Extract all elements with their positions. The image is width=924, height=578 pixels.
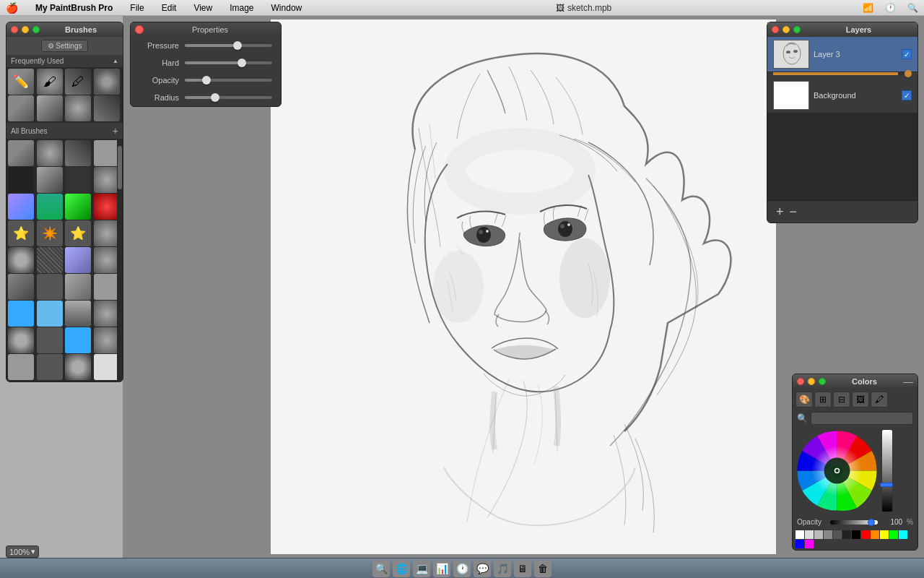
opacity-slider[interactable] xyxy=(185,79,272,82)
brush-33[interactable] xyxy=(8,354,34,380)
brush-21[interactable] xyxy=(8,274,34,300)
menu-view[interactable]: View xyxy=(191,1,215,14)
brush-fu-6[interactable] xyxy=(37,95,63,121)
brush-8[interactable] xyxy=(94,167,120,193)
colors-maximize-btn[interactable] xyxy=(819,378,826,385)
brush-34[interactable] xyxy=(37,354,63,380)
swatch-nearblack[interactable] xyxy=(842,530,851,539)
color-wheel-btn[interactable]: 🎨 xyxy=(796,392,813,407)
brushes-maximize-btn[interactable] xyxy=(32,26,40,33)
apple-menu[interactable]: 🍎 xyxy=(6,2,18,14)
dock-app2[interactable]: 🖥 xyxy=(514,560,531,577)
color-brightness-slider[interactable] xyxy=(881,429,893,512)
swatch-black[interactable] xyxy=(852,530,860,539)
radius-slider[interactable] xyxy=(185,96,272,99)
brush-2[interactable] xyxy=(37,140,63,166)
swatch-orange[interactable] xyxy=(871,530,879,539)
sketch-canvas[interactable] xyxy=(271,20,776,554)
brushes-minimize-btn[interactable] xyxy=(22,26,29,33)
add-brush-btn[interactable]: + xyxy=(113,125,118,137)
dock-finder[interactable]: 🔍 xyxy=(372,560,390,577)
layers-minimize-btn[interactable] xyxy=(783,26,790,33)
swatch-magenta[interactable] xyxy=(805,540,814,548)
dock-terminal[interactable]: 💻 xyxy=(413,560,430,577)
background-layer-visibility[interactable]: ✓ xyxy=(902,90,912,100)
swatch-blue[interactable] xyxy=(796,540,804,548)
brush-fu-8[interactable] xyxy=(94,95,120,121)
brush-10[interactable] xyxy=(37,194,63,220)
swatch-gray[interactable] xyxy=(814,530,823,539)
brush-32[interactable] xyxy=(94,327,120,353)
opacity-thumb[interactable] xyxy=(868,519,875,526)
layer-3-item[interactable]: Layer 3 ✓ xyxy=(767,37,918,72)
colors-collapse-btn[interactable]: — xyxy=(903,376,913,387)
brush-22[interactable] xyxy=(37,274,63,300)
dock-skype[interactable]: 💬 xyxy=(474,560,491,577)
brushes-scrollbar[interactable] xyxy=(117,139,123,381)
dock-trash[interactable]: 🗑 xyxy=(534,560,552,577)
swatch-cyan[interactable] xyxy=(899,530,907,539)
zoom-dropdown-icon[interactable]: ▾ xyxy=(31,547,35,556)
brush-fu-7[interactable] xyxy=(65,95,91,121)
brush-13[interactable]: ⭐ xyxy=(8,220,34,246)
swatch-ltgray[interactable] xyxy=(805,530,814,539)
brush-31[interactable] xyxy=(65,327,91,353)
brushes-scroll-thumb[interactable] xyxy=(118,146,122,189)
color-search-input[interactable] xyxy=(811,412,913,425)
dock-app1[interactable]: 🎵 xyxy=(494,560,511,577)
brush-36[interactable] xyxy=(94,354,120,380)
menu-window[interactable]: Window xyxy=(269,1,305,14)
brush-28[interactable] xyxy=(94,301,120,327)
menu-image[interactable]: Image xyxy=(227,1,256,14)
color-sliders-btn[interactable]: ⊞ xyxy=(814,392,832,407)
brush-fu-3[interactable]: 🖊 xyxy=(65,69,91,95)
swatch-white[interactable] xyxy=(796,530,804,539)
colors-close-btn[interactable] xyxy=(797,378,804,385)
brushes-close-btn[interactable] xyxy=(11,26,18,33)
hard-slider[interactable] xyxy=(185,61,272,64)
brush-fu-1[interactable]: ✏️ xyxy=(8,69,34,95)
brightness-knob[interactable] xyxy=(880,483,893,487)
brush-fu-2[interactable]: 🖌 xyxy=(37,69,63,95)
layer-3-visibility[interactable]: ✓ xyxy=(902,49,912,59)
brush-5[interactable] xyxy=(8,167,34,193)
swatch-green[interactable] xyxy=(889,530,898,539)
color-palette-btn[interactable]: ⊟ xyxy=(833,392,850,407)
brush-20[interactable] xyxy=(94,247,120,273)
zoom-indicator[interactable]: 100% ▾ xyxy=(6,545,39,558)
brush-25[interactable] xyxy=(8,301,34,327)
swatch-dkgray[interactable] xyxy=(833,530,842,539)
swatch-midgray[interactable] xyxy=(824,530,832,539)
settings-button[interactable]: ⚙ Settings xyxy=(41,40,89,52)
brush-6[interactable] xyxy=(37,167,63,193)
brush-26[interactable] xyxy=(37,301,63,327)
color-image-btn[interactable]: 🖼 xyxy=(852,392,869,407)
brush-9[interactable] xyxy=(8,194,34,220)
brush-scroll-area[interactable]: ⭐ ✴️ ⭐ xyxy=(6,139,123,381)
brush-4[interactable] xyxy=(94,140,120,166)
colors-minimize-btn[interactable] xyxy=(808,378,815,385)
brush-1[interactable] xyxy=(8,140,34,166)
brush-23[interactable] xyxy=(65,274,91,300)
menu-file[interactable]: File xyxy=(127,1,147,14)
layer-add-button[interactable]: + xyxy=(776,205,784,218)
pressure-slider[interactable] xyxy=(185,44,272,47)
properties-close-btn[interactable] xyxy=(135,25,144,34)
brush-12[interactable] xyxy=(94,194,120,220)
menu-edit[interactable]: Edit xyxy=(159,1,180,14)
brush-3[interactable] xyxy=(65,140,91,166)
brush-14[interactable]: ✴️ xyxy=(37,220,63,246)
brush-24[interactable] xyxy=(94,274,120,300)
brush-18[interactable] xyxy=(37,247,63,273)
layers-maximize-btn[interactable] xyxy=(793,26,801,33)
opacity-slider[interactable] xyxy=(830,520,878,525)
brush-29[interactable] xyxy=(8,327,34,353)
dock-activity[interactable]: 📊 xyxy=(433,560,450,577)
brush-fu-5[interactable] xyxy=(8,95,34,121)
swatch-yellow[interactable] xyxy=(880,530,889,539)
brush-19[interactable] xyxy=(65,247,91,273)
dock-safari[interactable]: 🌐 xyxy=(393,560,410,577)
brush-35[interactable] xyxy=(65,354,91,380)
brush-11[interactable] xyxy=(65,194,91,220)
search-menu-icon[interactable]: 🔍 xyxy=(907,3,918,13)
